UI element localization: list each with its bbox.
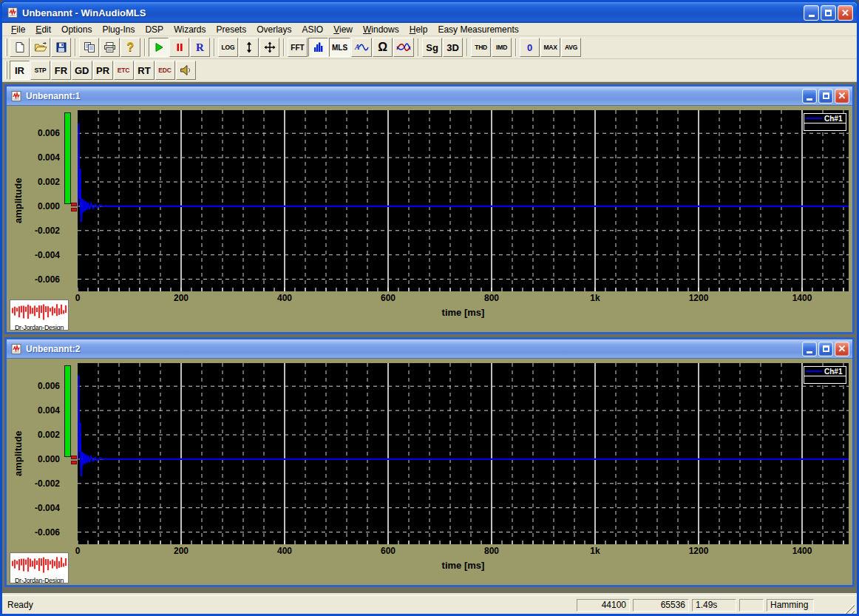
x-tick-label: 1k: [573, 546, 617, 556]
menu-dsp[interactable]: DSP: [140, 24, 169, 35]
y-tick-label: -0.004: [7, 250, 60, 260]
y-tick-label: 0.002: [7, 177, 60, 187]
child-2-title: Unbenannt:2: [26, 344, 802, 354]
toolbar-separator: [418, 38, 419, 56]
child-2-minimize-button[interactable]: [802, 342, 817, 356]
autoscale-button[interactable]: [259, 38, 279, 57]
menu-view[interactable]: View: [328, 24, 358, 35]
menu-presets[interactable]: Presets: [211, 24, 251, 35]
help-button[interactable]: ?: [120, 38, 140, 57]
sg-button[interactable]: Sg: [422, 38, 442, 57]
resize-grip[interactable]: [843, 603, 855, 614]
cursor-marker[interactable]: [71, 456, 77, 459]
child-2-maximize-button[interactable]: [818, 342, 833, 356]
menu-options[interactable]: Options: [56, 24, 97, 35]
x-axis-label: time [ms]: [78, 307, 849, 318]
spectrum-bars-button[interactable]: [308, 38, 328, 57]
x-tick-label: 800: [469, 293, 514, 303]
window-title: Unbenannt - WinAudioMLS: [22, 7, 804, 18]
pause-button[interactable]: [169, 38, 189, 57]
x-tick-label: 1200: [676, 546, 721, 556]
etc-button[interactable]: ETC: [114, 61, 134, 80]
x-tick-label: 1200: [676, 293, 721, 303]
main-titlebar[interactable]: Unbenannt - WinAudioMLS ✕: [2, 2, 857, 23]
print-button[interactable]: [100, 38, 120, 57]
sine-generator-button[interactable]: A: [351, 38, 372, 57]
menu-help[interactable]: Help: [404, 24, 433, 35]
toolbar-separator: [466, 38, 468, 56]
vertical-zoom-button[interactable]: [239, 38, 259, 57]
gd-button[interactable]: GD: [72, 61, 92, 80]
copy-button[interactable]: [79, 38, 99, 57]
overlay-curves-button[interactable]: [393, 38, 414, 57]
y-tick-label: 0.002: [7, 430, 60, 440]
close-button[interactable]: ✕: [838, 5, 853, 21]
child-1-maximize-button[interactable]: [818, 89, 833, 104]
maximize-button[interactable]: [821, 5, 836, 21]
stp-button[interactable]: STP: [30, 61, 50, 80]
menu-file[interactable]: File: [6, 24, 30, 35]
menu-wizards[interactable]: Wizards: [169, 24, 211, 35]
impedance-button[interactable]: Ω: [373, 38, 393, 57]
menu-easy-measurements[interactable]: Easy Measurements: [432, 24, 523, 35]
new-button[interactable]: [10, 38, 30, 57]
3d-button[interactable]: 3D: [443, 38, 463, 57]
menu-overlays[interactable]: Overlays: [251, 24, 296, 35]
plot-area[interactable]: Ch#1: [78, 363, 849, 544]
toolbar-gripper[interactable]: [5, 38, 7, 56]
menu-plug-ins[interactable]: Plug-Ins: [97, 24, 140, 35]
child-1-title: Unbenannt:1: [26, 91, 802, 101]
log-scale-button[interactable]: LOG: [218, 38, 238, 57]
imd-button[interactable]: IMD: [492, 38, 512, 57]
y-tick-label: -0.004: [7, 503, 60, 513]
child-2-titlebar[interactable]: Unbenannt:2 ✕: [7, 339, 852, 359]
max-button[interactable]: MAX: [540, 38, 560, 57]
document-icon: [10, 343, 22, 355]
rt-button[interactable]: RT: [135, 61, 155, 80]
plot-area[interactable]: Ch#1: [78, 110, 849, 291]
curves-icon: [396, 41, 411, 53]
child-window-2: Unbenannt:2 ✕ amplitude 0.0060.0040.0020…: [4, 337, 855, 587]
y-tick-label: -0.006: [7, 274, 60, 285]
fft-button[interactable]: FFT: [288, 38, 308, 57]
minimize-button[interactable]: [804, 5, 819, 21]
thd-button[interactable]: THD: [471, 38, 491, 57]
zero-button[interactable]: 0: [520, 38, 540, 57]
avg-button[interactable]: AVG: [561, 38, 581, 57]
open-button[interactable]: [30, 38, 50, 57]
menu-edit[interactable]: Edit: [30, 24, 56, 35]
status-message: Ready: [4, 600, 574, 610]
child-1-titlebar[interactable]: Unbenannt:1 ✕: [7, 87, 852, 106]
status-bar: Ready 44100655361.49sHamming: [2, 595, 857, 614]
y-tick-label: 0.004: [7, 152, 60, 163]
child-1-minimize-button[interactable]: [802, 89, 817, 104]
legend-line-sample: [806, 118, 822, 119]
fr-button[interactable]: FR: [51, 61, 71, 80]
speaker-button[interactable]: [176, 61, 196, 80]
x-tick-labels: 02004006008001k12001400: [7, 546, 852, 556]
cursor-marker[interactable]: [71, 208, 77, 211]
pr-button[interactable]: PR: [93, 61, 113, 80]
x-tick-label: 1400: [780, 293, 824, 303]
mls-button[interactable]: MLS: [329, 38, 350, 57]
play-button[interactable]: [149, 38, 169, 57]
save-icon: [55, 41, 67, 53]
menu-windows[interactable]: Windows: [358, 24, 404, 35]
child-2-close-button[interactable]: ✕: [835, 342, 849, 356]
status-panel-4: Hamming: [767, 599, 814, 612]
ir-button[interactable]: IR: [10, 61, 30, 80]
toolbar-gripper[interactable]: [5, 61, 7, 79]
x-tick-label: 1k: [573, 293, 617, 303]
child-1-close-button[interactable]: ✕: [835, 89, 849, 104]
cursor-marker[interactable]: [71, 461, 77, 464]
record-button[interactable]: R: [190, 38, 210, 57]
y-tick-label: 0.004: [7, 405, 60, 416]
edc-button[interactable]: EDC: [155, 61, 175, 80]
legend-empty-row: [804, 376, 846, 384]
save-button[interactable]: [51, 38, 71, 57]
y-tick-label: -0.002: [7, 478, 60, 489]
child-2-content: amplitude 0.0060.0040.0020.000-0.002-0.0…: [7, 359, 852, 585]
menu-asio[interactable]: ASIO: [297, 24, 329, 35]
cursor-marker[interactable]: [71, 203, 77, 206]
y-tick-label: 0.006: [7, 128, 60, 138]
